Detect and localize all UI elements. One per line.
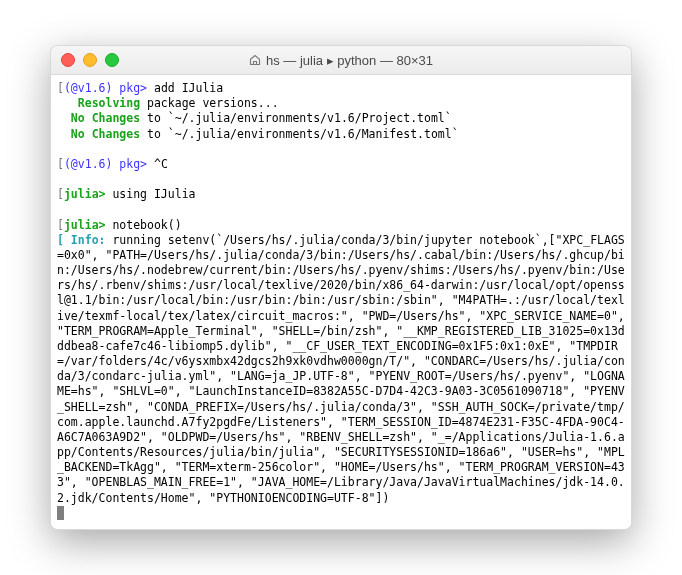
pkg-prompt-2: (@v1.6) pkg> bbox=[64, 157, 147, 171]
pkg-prompt: (@v1.6) pkg> bbox=[64, 81, 147, 95]
bracket-open: [ bbox=[57, 218, 64, 232]
cmd-add: add IJulia bbox=[147, 81, 223, 95]
titlebar[interactable]: hs — julia ▸ python — 80×31 bbox=[51, 46, 631, 75]
zoom-icon[interactable] bbox=[105, 53, 119, 67]
info-body: running setenv(`/Users/hs/.julia/conda/3… bbox=[57, 233, 632, 505]
window-title: hs — julia ▸ python — 80×31 bbox=[51, 53, 631, 68]
bracket-open: [ bbox=[57, 81, 64, 95]
bracket-open: [ bbox=[57, 157, 64, 171]
nochange-1: to `~/.julia/environments/v1.6/Project.t… bbox=[140, 111, 452, 125]
julia-prompt-2: julia> bbox=[64, 218, 106, 232]
bracket-open: [ bbox=[57, 187, 64, 201]
info-bracket: [ bbox=[57, 233, 71, 247]
resolving-label: Resolving bbox=[78, 96, 140, 110]
info-label: Info: bbox=[71, 233, 106, 247]
resolving-rest: package versions... bbox=[140, 96, 278, 110]
minimize-icon[interactable] bbox=[83, 53, 97, 67]
cmd-using: using IJulia bbox=[105, 187, 195, 201]
home-icon bbox=[249, 54, 261, 66]
ctrl-c: ^C bbox=[147, 157, 168, 171]
nochange-2: to `~/.julia/environments/v1.6/Manifest.… bbox=[140, 127, 459, 141]
cmd-notebook: notebook() bbox=[105, 218, 181, 232]
julia-prompt-1: julia> bbox=[64, 187, 106, 201]
nochanges-label-1: No Changes bbox=[71, 111, 140, 125]
cursor bbox=[57, 506, 64, 520]
traffic-lights bbox=[51, 53, 119, 67]
window-title-text: hs — julia ▸ python — 80×31 bbox=[266, 53, 433, 68]
close-icon[interactable] bbox=[61, 53, 75, 67]
terminal-window: hs — julia ▸ python — 80×31 [(@v1.6) pkg… bbox=[50, 45, 632, 530]
nochanges-label-2: No Changes bbox=[71, 127, 140, 141]
terminal-content[interactable]: [(@v1.6) pkg> add IJulia Resolving packa… bbox=[51, 75, 631, 529]
